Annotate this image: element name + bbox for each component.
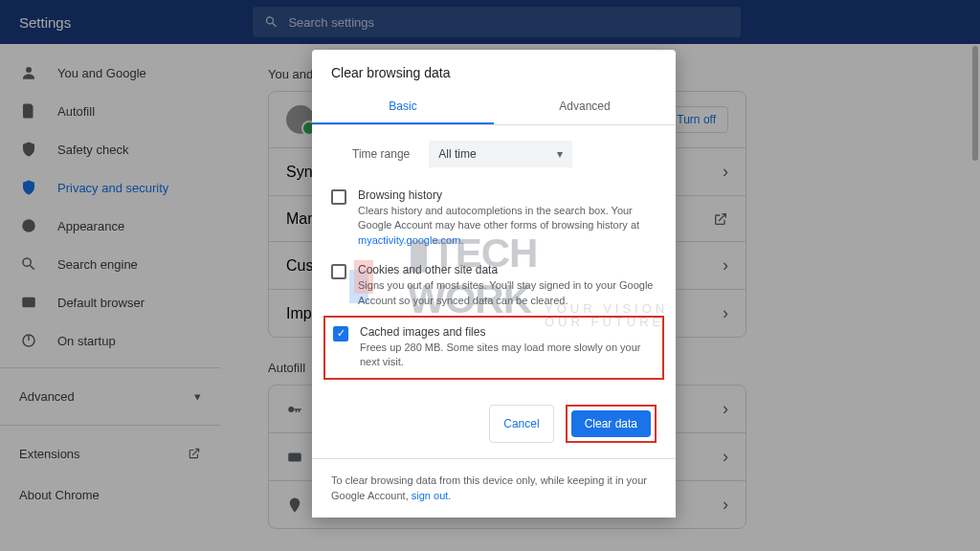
option-title: Browsing history <box>358 188 657 202</box>
option-title: Cookies and other site data <box>358 263 657 276</box>
dialog-actions: Cancel Clear data <box>312 389 676 458</box>
tab-basic[interactable]: Basic <box>312 90 494 124</box>
option-text: Cached images and files Frees up 280 MB.… <box>360 325 655 370</box>
checkbox[interactable] <box>331 189 346 205</box>
option-desc: Clears history and autocompletions in th… <box>358 204 657 248</box>
time-range-value: All time <box>438 147 476 161</box>
tab-advanced[interactable]: Advanced <box>494 90 676 124</box>
time-range-select[interactable]: All time ▾ <box>429 141 572 167</box>
time-range-label: Time range <box>352 147 410 161</box>
option-text: Cookies and other site data Signs you ou… <box>358 263 657 308</box>
dialog-title: Clear browsing data <box>312 50 676 90</box>
option-desc: Frees up 280 MB. Some sites may load mor… <box>360 341 655 370</box>
option-title: Cached images and files <box>360 325 655 339</box>
cancel-button[interactable]: Cancel <box>489 405 553 443</box>
option-text: Browsing history Clears history and auto… <box>358 188 657 248</box>
checkbox[interactable] <box>331 264 346 279</box>
clear-data-highlight: Clear data <box>566 405 657 443</box>
chevron-down-icon: ▾ <box>557 147 563 161</box>
options-list: Browsing history Clears history and auto… <box>312 175 676 389</box>
checkbox[interactable]: ✓ <box>333 326 348 342</box>
dialog-footer: To clear browsing data from this device … <box>312 458 676 518</box>
dialog-tabs: Basic Advanced <box>312 90 676 125</box>
option-cached-images[interactable]: ✓ Cached images and files Frees up 280 M… <box>323 316 664 380</box>
time-range-row: Time range All time ▾ <box>312 125 676 175</box>
option-cookies[interactable]: Cookies and other site data Signs you ou… <box>331 255 657 316</box>
option-browsing-history[interactable]: Browsing history Clears history and auto… <box>331 181 657 255</box>
clear-browsing-data-dialog: Clear browsing data Basic Advanced Time … <box>312 50 676 518</box>
sign-out-link[interactable]: sign out <box>412 490 449 501</box>
clear-data-button[interactable]: Clear data <box>571 410 651 437</box>
option-desc: Signs you out of most sites. You'll stay… <box>358 278 657 308</box>
myactivity-link[interactable]: myactivity.google.com <box>358 234 460 246</box>
